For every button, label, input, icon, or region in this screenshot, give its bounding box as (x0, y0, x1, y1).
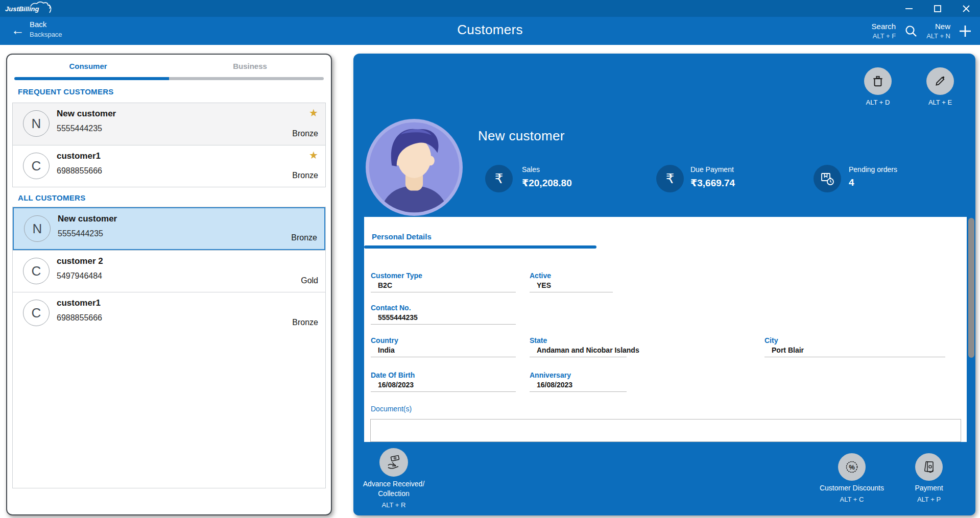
payment-label: Payment (891, 483, 967, 493)
maximize-button[interactable] (930, 2, 945, 15)
customer-list-panel: Consumer Business FREQUENT CUSTOMERS N N… (6, 54, 332, 515)
star-icon: ★ (309, 149, 318, 161)
field-value: Port Blair (764, 346, 945, 354)
customer-phone: 5555444235 (58, 229, 103, 238)
pending-orders-label: Pending orders (849, 165, 897, 174)
field-country: Country India (371, 336, 516, 357)
loyalty-tier: Bronze (291, 233, 317, 242)
customer-name: customer1 (57, 298, 101, 308)
bottom-action-bar: Advance Received/ Collection ALT + R % C… (353, 442, 975, 515)
documents-box (370, 419, 961, 442)
customer-name: customer 2 (57, 256, 103, 266)
field-value: Andaman and Nicobar Islands (530, 346, 627, 354)
personal-details-card: Personal Details Customer Type B2C Activ… (364, 217, 967, 442)
advance-received-label-line2: Collection (355, 489, 432, 499)
field-label: State (530, 336, 627, 344)
personal-details-tab-underline (364, 245, 596, 249)
edit-button[interactable] (926, 67, 954, 95)
loyalty-tier: Bronze (292, 171, 318, 180)
all-customers-list: N New customer 5555444235 Bronze C custo… (12, 207, 326, 488)
field-value: India (371, 346, 516, 354)
delete-button[interactable] (864, 67, 892, 95)
rupee-icon: ₹ (485, 165, 513, 192)
titlebar: JustBilling (0, 0, 980, 17)
maximize-icon (933, 4, 943, 14)
customer-row[interactable]: N New customer 5555444235 ★ Bronze (13, 103, 325, 145)
field-label: Active (530, 272, 613, 280)
customer-name: customer1 (57, 151, 101, 161)
search-icon[interactable] (904, 24, 918, 38)
app-window: JustBilling ← Back Backspace (0, 0, 980, 518)
avatar: N (24, 215, 51, 242)
loyalty-tier: Bronze (292, 318, 318, 327)
loyalty-tier: Bronze (292, 129, 318, 138)
justbilling-logo: JustBilling (4, 2, 69, 17)
customer-row[interactable]: C customer1 6988855666 ★ Bronze (13, 145, 325, 187)
logo-text: JustBilling (5, 5, 39, 13)
new-button[interactable]: New ALT + N (926, 22, 950, 40)
customer-discounts-button[interactable]: % Customer Discounts ALT + C (811, 453, 893, 503)
field-label: Customer Type (371, 272, 516, 280)
customer-name: New customer (57, 109, 116, 119)
hand-money-icon (379, 448, 408, 477)
minimize-button[interactable] (901, 2, 917, 15)
navbar: ← Back Backspace Customers Search ALT + … (0, 17, 980, 45)
pending-orders-stat: Pending orders 4 (849, 165, 897, 188)
field-anniversary: Anniversary 16/08/2023 (530, 371, 627, 392)
avatar: N (23, 110, 50, 137)
avatar: C (23, 300, 50, 326)
avatar: C (23, 153, 50, 179)
search-label: Search (872, 22, 896, 31)
field-value: YES (530, 281, 613, 289)
field-customer-type: Customer Type B2C (371, 272, 516, 292)
customer-name: New customer (58, 214, 117, 224)
search-button[interactable]: Search ALT + F (872, 22, 896, 40)
field-date-of-birth: Date Of Birth 16/08/2023 (371, 371, 516, 392)
edit-shortcut: ALT + E (912, 98, 968, 106)
plus-icon[interactable] (959, 24, 972, 38)
frequent-customers-heading: FREQUENT CUSTOMERS (18, 87, 114, 96)
rupee-icon: ₹ (656, 165, 684, 192)
close-icon (961, 4, 971, 14)
field-value: 5555444235 (371, 313, 516, 322)
field-value: 16/08/2023 (530, 381, 627, 389)
sales-value: ₹20,208.80 (522, 177, 572, 189)
customer-phone: 6988855666 (57, 166, 102, 176)
close-button[interactable] (959, 2, 974, 15)
field-label: Date Of Birth (371, 371, 516, 379)
tab-underline (14, 77, 324, 80)
customer-discounts-label: Customer Discounts (811, 483, 893, 493)
new-shortcut: ALT + N (926, 32, 950, 40)
tab-consumer[interactable]: Consumer (7, 62, 169, 70)
advance-received-button[interactable]: Advance Received/ Collection ALT + R (355, 448, 432, 509)
field-state: State Andaman and Nicobar Islands (530, 336, 627, 357)
due-payment-label: Due Payment (690, 165, 735, 174)
tab-personal-details[interactable]: Personal Details (372, 232, 432, 241)
payment-button[interactable]: Payment ALT + P (891, 453, 967, 503)
star-icon: ★ (309, 107, 318, 119)
tab-business[interactable]: Business (169, 62, 331, 70)
search-shortcut: ALT + F (872, 32, 896, 40)
customer-row[interactable]: C customer1 6988855666 Bronze (13, 292, 325, 334)
documents-label: Document(s) (371, 405, 412, 413)
field-label: Country (371, 336, 516, 344)
frequent-customers-list: N New customer 5555444235 ★ Bronze C cus… (12, 103, 326, 187)
advance-received-shortcut: ALT + R (355, 501, 432, 509)
field-active: Active YES (530, 272, 613, 292)
field-label: Anniversary (530, 371, 627, 379)
customer-row-selected[interactable]: N New customer 5555444235 Bronze (13, 207, 325, 250)
pencil-icon (934, 75, 947, 88)
scrollbar-thumb[interactable] (968, 218, 974, 358)
due-payment-value: ₹3,669.74 (690, 177, 735, 189)
svg-text:%: % (849, 463, 855, 471)
customer-detail-panel: ALT + D ALT + E (353, 54, 975, 515)
sales-label: Sales (522, 165, 572, 174)
customer-phone: 6988855666 (57, 313, 102, 323)
field-value: B2C (371, 281, 516, 289)
field-contact-no: Contact No. 5555444235 (371, 304, 516, 325)
new-label: New (926, 22, 950, 31)
cash-icon (915, 453, 943, 481)
customer-row[interactable]: C customer 2 5497946484 Gold (13, 250, 325, 292)
minimize-icon (904, 4, 914, 14)
customer-phone: 5555444235 (57, 124, 102, 133)
